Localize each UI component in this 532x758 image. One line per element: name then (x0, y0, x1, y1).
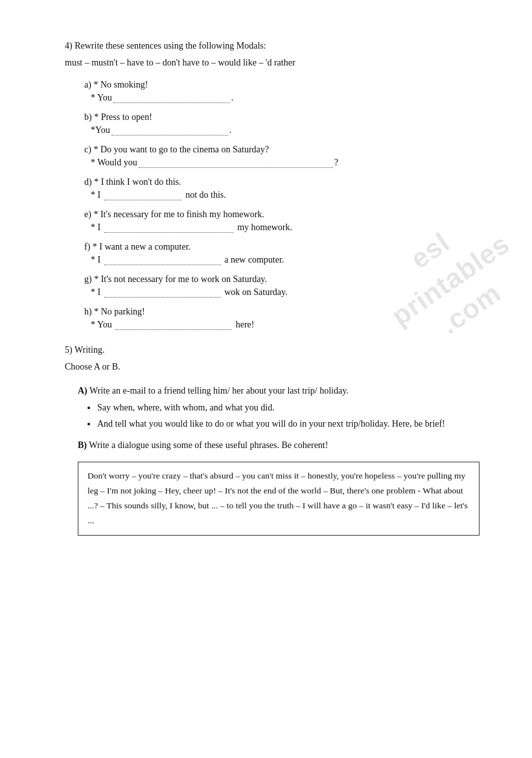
item-e-line2: * I my homework. (84, 222, 480, 233)
item-g-line1: * It's not necessary for me to work on S… (94, 274, 267, 284)
item-a-line2: * You . (84, 92, 480, 103)
exercise-item-g: g) * It's not necessary for me to work o… (84, 274, 480, 298)
dotted-g (104, 287, 221, 298)
item-h-line2: * You here! (84, 319, 480, 330)
section-5-title: 5) Writing. (65, 343, 480, 357)
item-c-line2: * Would you ? (84, 157, 480, 168)
writing-b-text: Write a dialogue using some of these use… (89, 440, 328, 450)
writing-b-label: B) (78, 440, 87, 450)
exercise-item-b: b) * Press to open! *You . (84, 112, 480, 136)
bullet-1: Say when, where, with whom, and what you… (97, 401, 480, 414)
writing-a-label: A) (78, 386, 87, 396)
item-d-line2: * I not do this. (84, 189, 480, 200)
exercise-item-e: e) * It's necessary for me to finish my … (84, 209, 480, 233)
exercise-item-h: h) * No parking! * You here! (84, 307, 480, 330)
item-b-line2: *You . (84, 124, 480, 136)
writing-option-b: B) Write a dialogue using some of these … (78, 438, 480, 536)
dotted-a (113, 92, 230, 103)
exercise-item-a: a) * No smoking! * You . (84, 80, 480, 103)
exercise-item-f: f) * I want a new a computer. * I a new … (84, 242, 480, 265)
section-5: 5) Writing. Choose A or B. A) Write an e… (65, 343, 480, 536)
label-e: e) (84, 209, 91, 219)
writing-a-bullets: Say when, where, with whom, and what you… (97, 401, 480, 431)
item-g-line2: * I wok on Saturday. (84, 287, 480, 298)
writing-option-a: A) Write an e-mail to a friend telling h… (78, 384, 480, 431)
label-f: f) (84, 242, 90, 252)
section-4-modals: must – mustn't – have to – don't have to… (65, 56, 480, 70)
dotted-f (104, 254, 221, 265)
bullet-2: And tell what you would like to do or wh… (97, 417, 480, 431)
phrases-text: Don't worry – you're crazy – that's absu… (87, 471, 468, 525)
exercise-item-d: d) * I think I won't do this. * I not do… (84, 177, 480, 200)
item-f-line1: * I want a new a computer. (93, 242, 191, 252)
label-c: c) (84, 145, 91, 154)
item-b-line1: * Press to open! (94, 112, 152, 122)
writing-a-title: A) Write an e-mail to a friend telling h… (78, 384, 480, 398)
writing-a-text: Write an e-mail to a friend telling him/… (89, 386, 349, 396)
item-h-line1: * No parking! (94, 307, 145, 316)
exercise-list: a) * No smoking! * You . b) * Press to o… (84, 80, 480, 330)
item-c-line1: * Do you want to go to the cinema on Sat… (93, 145, 269, 154)
label-b: b) (84, 112, 92, 122)
phrases-box: Don't worry – you're crazy – that's absu… (78, 462, 480, 536)
dotted-d (104, 189, 182, 200)
item-f-line2: * I a new computer. (84, 254, 480, 265)
label-d: d) (84, 177, 92, 187)
dotted-b (111, 124, 228, 136)
label-g: g) (84, 274, 92, 284)
exercise-item-c: c) * Do you want to go to the cinema on … (84, 145, 480, 168)
dotted-e (104, 222, 234, 233)
section-4: 4) Rewrite these sentences using the fol… (65, 39, 480, 330)
dotted-c (139, 157, 333, 168)
section-4-title: 4) Rewrite these sentences using the fol… (65, 39, 480, 53)
choose-label: Choose A or B. (65, 360, 480, 374)
label-a: a) (84, 80, 91, 89)
item-e-line1: * It's necessary for me to finish my hom… (93, 209, 264, 219)
label-h: h) (84, 307, 92, 316)
item-d-line1: * I think I won't do this. (94, 177, 181, 187)
dotted-h (115, 319, 232, 330)
item-a-line1: * No smoking! (93, 80, 148, 89)
writing-b-title: B) Write a dialogue using some of these … (78, 438, 480, 453)
